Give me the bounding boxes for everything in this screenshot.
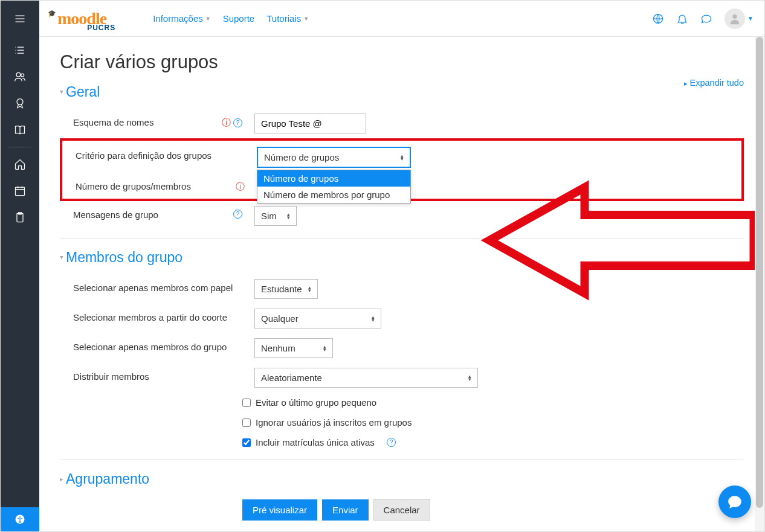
label-naming-scheme: Esquema de nomes ⓘ? <box>73 114 242 129</box>
help-icon[interactable]: ? <box>387 438 396 447</box>
label-allocate: Distribuir membros <box>73 368 242 382</box>
svg-point-7 <box>19 516 21 518</box>
page-title: Criar vários grupos <box>60 51 744 73</box>
ignore-enrolled-checkbox[interactable] <box>242 418 251 427</box>
label-cohort: Selecionar membros a partir do coorte <box>73 309 242 322</box>
book-icon[interactable] <box>1 117 39 143</box>
left-rail <box>1 1 39 531</box>
clipboard-icon[interactable] <box>1 204 39 231</box>
preview-button[interactable]: Pré visualizar <box>242 499 317 521</box>
highlighted-region: Critério para definição dos grupos Númer… <box>60 138 744 201</box>
section-membros-header[interactable]: ▸ Membros do grupo <box>60 249 744 266</box>
chat-icon[interactable] <box>700 13 712 25</box>
accessibility-icon[interactable] <box>1 507 39 531</box>
svg-point-2 <box>17 99 23 105</box>
only-active-label: Incluir matrículas única ativas <box>256 437 375 447</box>
required-icon: ⓘ <box>222 117 231 129</box>
criteria-select[interactable]: Número de grupos <box>257 147 411 168</box>
help-icon[interactable]: ? <box>233 118 242 127</box>
naming-scheme-input[interactable] <box>254 114 366 133</box>
nav-suporte[interactable]: Suporte <box>218 10 260 27</box>
help-icon[interactable]: ? <box>233 210 242 219</box>
svg-point-0 <box>16 72 21 77</box>
label-messages: Mensagens de grupo ? <box>73 206 242 220</box>
globe-icon[interactable] <box>652 13 664 25</box>
role-select[interactable]: Estudante <box>254 279 318 299</box>
avoid-small-checkbox[interactable] <box>242 399 251 407</box>
messages-select[interactable]: Sim <box>254 206 297 226</box>
home-icon[interactable] <box>1 151 39 178</box>
group-select[interactable]: Nenhum <box>254 338 333 358</box>
expand-all-link[interactable]: Expandir tudo <box>684 78 744 88</box>
calendar-icon[interactable] <box>1 178 39 204</box>
nav-informacoes[interactable]: Informações ▼ <box>148 10 215 27</box>
allocate-select[interactable]: Aleatoriamente <box>254 368 478 388</box>
required-icon: ⓘ <box>236 181 245 193</box>
label-count: Número de grupos/membros ⓘ <box>76 178 245 193</box>
cancel-button[interactable]: Cancelar <box>373 499 430 521</box>
criteria-option-2[interactable]: Número de membros por grupo <box>257 187 410 203</box>
badge-icon[interactable] <box>1 90 39 117</box>
nav-tutoriais[interactable]: Tutoriais ▼ <box>262 10 314 27</box>
avoid-small-label: Evitar o último grupo pequeno <box>256 397 376 408</box>
section-geral-header[interactable]: ▸ Geral <box>60 84 744 100</box>
label-criteria: Critério para definição dos grupos <box>76 147 245 161</box>
svg-rect-3 <box>16 187 25 195</box>
logo[interactable]: 🎓 moodle PUCRS <box>47 9 137 28</box>
avatar <box>725 8 745 29</box>
criteria-option-1[interactable]: Número de grupos <box>257 170 410 187</box>
bell-icon[interactable] <box>676 13 688 25</box>
label-group: Selecionar apenas membros do grupo <box>73 338 242 352</box>
required-note: Este formulário contém campos obrigatóri… <box>60 530 744 531</box>
submit-button[interactable]: Enviar <box>322 499 369 521</box>
scrollbar-thumb[interactable] <box>756 37 763 508</box>
section-agrupamento-header[interactable]: ▸ Agrupamento <box>60 471 744 487</box>
users-icon[interactable] <box>1 63 39 90</box>
navbar: 🎓 moodle PUCRS Informações ▼ Suporte Tut… <box>39 1 764 37</box>
chat-fab[interactable] <box>718 486 751 518</box>
scrollbar[interactable] <box>755 37 764 531</box>
svg-point-1 <box>21 74 24 77</box>
hamburger-icon[interactable] <box>1 1 39 37</box>
only-active-checkbox[interactable] <box>242 438 251 447</box>
criteria-dropdown: Número de grupos Número de membros por g… <box>257 170 411 204</box>
label-role: Selecionar apenas membros com papel <box>73 279 242 293</box>
svg-point-9 <box>732 14 737 18</box>
user-menu[interactable]: ▼ <box>725 8 754 29</box>
ignore-enrolled-label: Ignorar usuários já inscritos em grupos <box>256 417 412 428</box>
list-icon[interactable] <box>1 37 39 63</box>
cohort-select[interactable]: Qualquer <box>254 309 381 328</box>
